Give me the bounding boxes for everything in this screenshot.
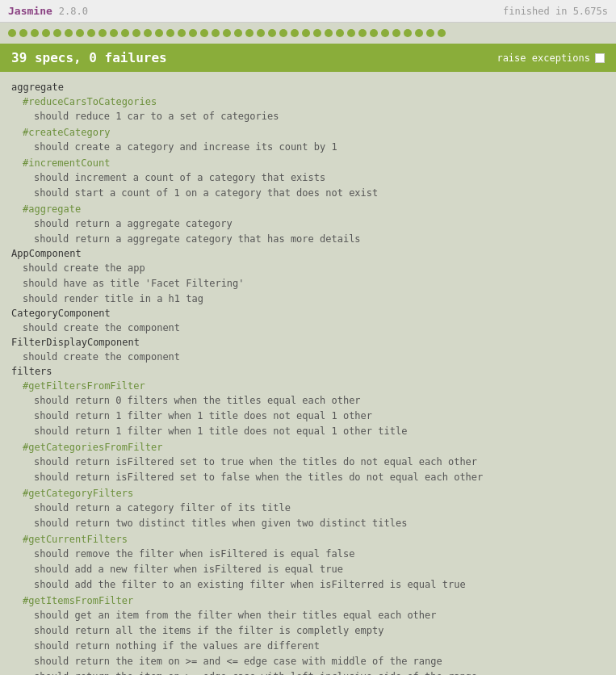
- dot-31: [358, 29, 367, 37]
- finished-text: finished in 5.675s: [503, 6, 608, 17]
- suite-name: filters: [11, 366, 605, 377]
- nested-suite-name: #getCategoriesFromFilter: [23, 442, 605, 453]
- nested-suite-name: #getCategoryFilters: [23, 488, 605, 499]
- dot-33: [381, 29, 389, 37]
- dot-6: [76, 29, 84, 37]
- dot-18: [212, 29, 220, 37]
- spec-item: should return the item on >= edge case w…: [34, 669, 605, 675]
- suite-name: AppComponent: [11, 248, 605, 259]
- spec-item: should create the component: [23, 350, 605, 364]
- spec-item: should create a category and increase it…: [34, 140, 605, 154]
- dot-8: [98, 29, 107, 37]
- spec-item: should reduce 1 car to a set of categori…: [34, 109, 605, 124]
- dot-32: [370, 29, 378, 37]
- nested-suite-name: #getFiltersFromFilter: [23, 380, 605, 392]
- dot-7: [87, 29, 95, 37]
- dot-25: [291, 29, 299, 37]
- dot-29: [336, 29, 344, 37]
- dot-10: [121, 29, 129, 37]
- dot-30: [347, 29, 355, 37]
- nested-suite-name: #incrementCount: [23, 157, 605, 169]
- dot-26: [302, 29, 310, 37]
- dot-9: [110, 29, 118, 37]
- dot-0: [8, 29, 16, 37]
- dot-1: [19, 29, 27, 37]
- version-label: 2.8.0: [59, 6, 88, 17]
- dots-bar: [0, 23, 616, 44]
- spec-item: should render title in a h1 tag: [23, 291, 605, 306]
- spec-item: should add a new filter when isFiltered …: [34, 562, 605, 576]
- spec-item: should return two distinct titles when g…: [34, 516, 605, 530]
- dot-38: [438, 29, 446, 37]
- dot-5: [65, 29, 73, 37]
- spec-item: should return the item on >= and <= edge…: [34, 654, 605, 669]
- spec-item: should add the filter to an existing fil…: [34, 577, 605, 592]
- spec-item: should start a count of 1 on a category …: [34, 186, 605, 200]
- dot-28: [325, 29, 333, 37]
- dot-22: [257, 29, 265, 37]
- dot-19: [223, 29, 231, 37]
- results-container: aggregate#reduceCarsToCategoriesshould r…: [0, 72, 616, 675]
- spec-item: should return all the items if the filte…: [34, 623, 605, 638]
- summary-text: 39 specs, 0 failures: [11, 50, 167, 65]
- dot-2: [31, 29, 39, 37]
- nested-suite-name: #getCurrentFilters: [23, 534, 605, 545]
- spec-item: should return a aggregate category that …: [34, 232, 605, 246]
- dot-34: [392, 29, 400, 37]
- raise-exceptions-container: raise exceptions: [497, 52, 605, 64]
- dot-15: [178, 29, 186, 37]
- raise-exceptions-label: raise exceptions: [497, 52, 590, 64]
- nested-suite-name: #createCategory: [23, 127, 605, 138]
- nested-suite-name: #getItemsFromFilter: [23, 595, 605, 606]
- nested-suite-name: #aggregate: [23, 203, 605, 215]
- dot-12: [144, 29, 152, 37]
- dot-13: [155, 29, 163, 37]
- nested-suite-name: #reduceCarsToCategories: [23, 96, 605, 107]
- spec-item: should return 1 filter when 1 title does…: [34, 409, 605, 423]
- spec-item: should return 0 filters when the titles …: [34, 393, 605, 408]
- summary-bar: 39 specs, 0 failures raise exceptions: [0, 44, 616, 72]
- jasmine-title: Jasmine: [8, 5, 52, 17]
- spec-item: should create the component: [23, 321, 605, 335]
- dot-36: [415, 29, 423, 37]
- spec-item: should return a category filter of its t…: [34, 501, 605, 515]
- dot-17: [200, 29, 208, 37]
- spec-item: should have as title 'Facet Filtering': [23, 276, 605, 291]
- dot-35: [404, 29, 412, 37]
- spec-item: should remove the filter when isFiltered…: [34, 547, 605, 561]
- dot-4: [53, 29, 61, 37]
- dot-21: [245, 29, 254, 37]
- spec-item: should get an item from the filter when …: [34, 608, 605, 623]
- suite-name: aggregate: [11, 82, 605, 93]
- dot-23: [268, 29, 276, 37]
- spec-item: should return 1 filter when 1 title does…: [34, 424, 605, 438]
- spec-item: should return a aggregate category: [34, 216, 605, 231]
- raise-exceptions-checkbox[interactable]: [595, 53, 605, 63]
- suite-name: CategoryComponent: [11, 308, 605, 319]
- spec-item: should create the app: [23, 261, 605, 275]
- dot-24: [279, 29, 287, 37]
- header-bar: Jasmine 2.8.0 finished in 5.675s: [0, 0, 616, 23]
- dot-3: [42, 29, 50, 37]
- header-left: Jasmine 2.8.0: [8, 5, 88, 17]
- dot-14: [166, 29, 174, 37]
- spec-item: should return nothing if the values are …: [34, 639, 605, 653]
- spec-item: should return isFiltered set to true whe…: [34, 455, 605, 469]
- dot-27: [313, 29, 321, 37]
- dot-37: [426, 29, 434, 37]
- spec-item: should increment a count of a category t…: [34, 170, 605, 185]
- spec-item: should return isFiltered set to false wh…: [34, 470, 605, 484]
- dot-11: [132, 29, 140, 37]
- dot-20: [234, 29, 242, 37]
- suite-name: FilterDisplayComponent: [11, 337, 605, 348]
- dot-16: [189, 29, 197, 37]
